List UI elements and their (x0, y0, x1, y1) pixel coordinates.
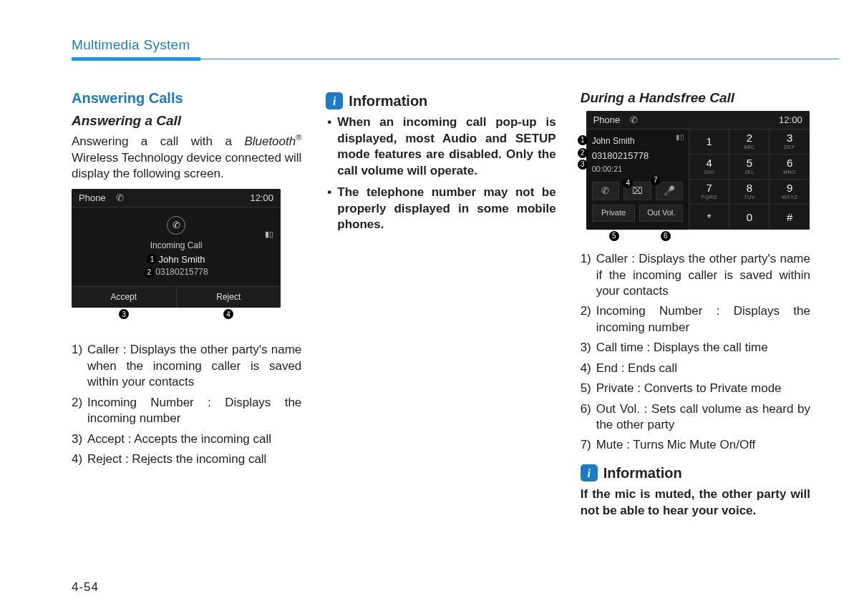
key-star[interactable]: * (689, 205, 729, 230)
key-hash[interactable]: # (769, 205, 809, 230)
key-3[interactable]: 3DEF (769, 129, 809, 155)
caller-name: John Smith (158, 253, 205, 265)
dial-keypad: 1 2ABC 3DEF 4GHI 5JKL 6MNO 7PQRS 8TUV 9W… (689, 129, 809, 230)
bullet-text: When an incoming call pop-up is displaye… (337, 114, 555, 179)
info-icon: i (581, 464, 598, 481)
registered-mark: ® (296, 133, 301, 142)
callout-6: 6 (661, 231, 671, 241)
clock: 12:00 (779, 114, 802, 126)
end-button[interactable]: ⌧ 4 (623, 182, 651, 200)
list-num: 6) (581, 401, 596, 434)
key-1[interactable]: 1 (689, 129, 729, 155)
list-num: 3) (72, 431, 87, 447)
key-5[interactable]: 5JKL (729, 155, 769, 180)
caller-number: 03180215778 (155, 267, 208, 278)
incoming-call-icon: ✆ (167, 216, 185, 235)
outvol-button[interactable]: Out Vol. (639, 205, 683, 222)
list-num: 7) (581, 437, 596, 453)
callout-2: 2 (144, 268, 154, 278)
heading-answering-calls: Answering Calls (72, 89, 301, 107)
handset-icon: ✆ (116, 192, 124, 204)
reject-button[interactable]: Reject (177, 287, 281, 308)
dial-button[interactable]: ✆ (592, 182, 620, 200)
incoming-label: Incoming Call (150, 240, 203, 252)
bullet-dot: • (327, 114, 337, 179)
info-heading: Information (349, 92, 427, 110)
call-time: 00:00:21 (592, 164, 684, 175)
section-header: Multimedia System (72, 37, 810, 53)
mute-button[interactable]: 🎤 7 (656, 182, 684, 200)
callout-4: 4 (223, 309, 233, 319)
caller-name: John Smith (592, 136, 684, 147)
key-9[interactable]: 9WXYZ (769, 180, 809, 205)
info-icon: i (326, 92, 343, 109)
accept-button[interactable]: Accept (72, 287, 177, 308)
handsfree-call-screenshot: Phone ✆ 12:00 ▮▯ John Smith 03180215778 … (581, 111, 810, 243)
list-text: Private : Converts to Private mode (596, 381, 810, 396)
callout-2b: 2 (578, 148, 588, 158)
intro-text-tail: Wireless Technology device connected wil… (72, 151, 301, 180)
incoming-call-screenshot: Phone ✆ 12:00 ▮▯ ✆ Incoming Call 1 John … (72, 189, 301, 321)
list-text: Incoming Number : Displays the incoming … (87, 395, 301, 427)
bullet-dot: • (327, 185, 337, 233)
handset-icon: ✆ (630, 114, 638, 126)
handsfree-legend: 1)Caller : Displays the other party's na… (581, 251, 810, 454)
list-num: 2) (72, 395, 87, 427)
key-6[interactable]: 6MNO (769, 155, 809, 180)
list-num: 3) (581, 340, 596, 356)
callout-1b: 1 (578, 135, 588, 145)
header-rule (72, 57, 810, 59)
callout-5: 5 (609, 231, 619, 241)
intro-text: Answering a call with a (72, 135, 244, 148)
list-num: 5) (581, 381, 596, 396)
info-paragraph: If the mic is muted, the other party wil… (581, 487, 810, 519)
key-7[interactable]: 7PQRS (689, 180, 729, 205)
signal-icon: ▮▯ (265, 229, 273, 240)
list-num: 4) (581, 361, 596, 376)
callout-7: 7 (651, 175, 661, 185)
key-8[interactable]: 8TUV (729, 180, 769, 205)
heading-answering-a-call: Answering a Call (72, 112, 301, 129)
phone-label: Phone (79, 192, 106, 204)
list-text: Mute : Turns Mic Mute On/Off (596, 437, 810, 453)
key-0[interactable]: 0 (729, 205, 769, 230)
bluetooth-word: Bluetooth (244, 135, 296, 148)
info-heading: Information (603, 464, 682, 482)
key-4[interactable]: 4GHI (689, 155, 729, 180)
list-text: Incoming Number : Displays the incoming … (596, 303, 810, 336)
heading-handsfree-call: During a Handsfree Call (581, 89, 810, 107)
page-number: 4-54 (72, 580, 99, 595)
list-text: Caller : Displays the other party's name… (596, 251, 810, 299)
phone-label: Phone (593, 114, 621, 126)
private-button[interactable]: Private (592, 205, 636, 222)
column-left: Answering Calls Answering a Call Answeri… (72, 89, 301, 519)
key-2[interactable]: 2ABC (729, 129, 769, 155)
list-text: Caller : Displays the other party's name… (87, 342, 301, 390)
list-text: Out Vol. : Sets call volume as heard by … (596, 401, 810, 434)
callout-3: 3 (119, 309, 129, 319)
list-text: End : Ends call (596, 361, 810, 376)
caller-number: 03180215778 (592, 150, 684, 162)
clock: 12:00 (250, 192, 273, 204)
bullet-text: The telephone number may not be properly… (337, 185, 555, 233)
list-num: 1) (72, 342, 87, 390)
list-text: Call time : Displays the call time (596, 340, 810, 356)
callout-1: 1 (147, 254, 157, 264)
list-num: 4) (72, 451, 87, 467)
callout-4b: 4 (623, 178, 633, 188)
column-right: During a Handsfree Call Phone ✆ 12:00 ▮▯… (581, 89, 810, 519)
intro-paragraph: Answering a call with a Bluetooth® Wirel… (72, 132, 301, 182)
list-text: Accept : Accepts the incoming call (87, 431, 301, 447)
list-text: Reject : Rejects the incoming call (87, 451, 301, 467)
list-num: 2) (581, 303, 596, 336)
incoming-call-legend: 1)Caller : Displays the other party's na… (72, 342, 301, 467)
signal-icon: ▮▯ (676, 132, 684, 142)
list-num: 1) (581, 251, 596, 299)
callout-3b: 3 (578, 160, 588, 170)
column-middle: i Information •When an incoming call pop… (326, 89, 555, 519)
